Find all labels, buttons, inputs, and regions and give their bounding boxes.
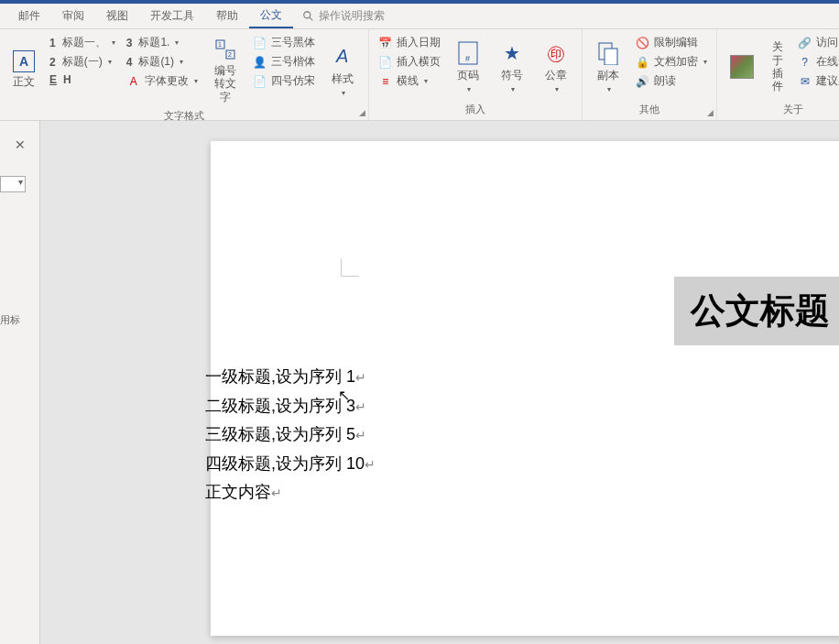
chevron-down-icon: ▾ (18, 177, 25, 187)
mouse-cursor-icon: ↖ (338, 387, 350, 404)
avatar-image (730, 55, 754, 79)
chevron-down-icon: ▾ (511, 85, 515, 93)
speaker-icon: 🔊 (636, 74, 650, 89)
format-row: E H (46, 71, 119, 88)
help-icon: ? (798, 55, 812, 70)
style-label: 样式 (332, 71, 354, 87)
copy-button[interactable]: 副本 ▾ (588, 33, 628, 101)
person-icon: 👤 (253, 55, 267, 70)
doc-line-2[interactable]: 二级标题,设为序列 3↵ (205, 392, 376, 421)
document-canvas[interactable]: 公文标题 一级标题,设为序列 1↵ 二级标题,设为序列 3↵ 三级标题,设为序列… (40, 121, 839, 644)
chevron-down-icon: ▾ (112, 38, 115, 47)
tab-gongwen[interactable]: 公文 (249, 4, 293, 28)
svg-text:1: 1 (218, 41, 222, 48)
doc-line-1[interactable]: 一级标题,设为序列 1↵ (205, 363, 376, 392)
page-number-button[interactable]: # 页码 ▾ (448, 33, 488, 101)
stamp-icon: ㊞ (543, 40, 569, 66)
heading1-button[interactable]: 1标题一、▾ (46, 33, 119, 52)
stamp-label: 公章 (545, 68, 567, 83)
tab-review[interactable]: 审阅 (51, 5, 95, 27)
dialog-launcher-icon[interactable]: ◢ (707, 108, 714, 117)
svg-point-0 (304, 11, 311, 17)
ribbon-group-insert: 📅插入日期 📄插入横页 ≡横线▾ # 页码 ▾ ★ 符号 ▾ ㊞ 公章 ▾ (369, 29, 583, 120)
insert-hpage-button[interactable]: 📄插入横页 (375, 52, 444, 71)
bodytext-label: 正文 (13, 74, 35, 90)
ribbon-tabs: 邮件 审阅 视图 开发工具 帮助 公文 操作说明搜索 (0, 4, 839, 29)
page-number-icon: # (455, 40, 481, 66)
nav-search-combo[interactable]: ▾ (0, 176, 26, 192)
heading3-button[interactable]: 3标题1.▾ (123, 33, 202, 52)
read-aloud-button[interactable]: 🔊朗读 (632, 71, 711, 91)
fangsong4-button[interactable]: 📄四号仿宋 (249, 71, 319, 91)
feedback-button[interactable]: ✉建议反馈 (794, 71, 839, 91)
e-style-button[interactable]: E (49, 73, 57, 86)
chevron-down-icon: ▾ (467, 85, 471, 93)
font-change-icon: A (126, 74, 141, 89)
document-title-selection[interactable]: 公文标题 (674, 277, 839, 345)
chevron-down-icon: ▾ (555, 85, 559, 93)
search-placeholder: 操作说明搜索 (319, 8, 385, 24)
avatar-button[interactable] (723, 33, 761, 101)
doc-line-3[interactable]: 三级标题,设为序列 5↵ (205, 420, 376, 450)
bodytext-button[interactable]: A 正文 (5, 33, 42, 107)
restrict-edit-button[interactable]: 🚫限制编辑 (632, 33, 711, 52)
dialog-launcher-icon[interactable]: ◢ (359, 108, 365, 117)
hline-button[interactable]: ≡横线▾ (375, 71, 444, 91)
svg-line-1 (310, 16, 313, 20)
chevron-down-icon: ▾ (703, 58, 707, 66)
pilcrow-icon: ↵ (271, 486, 282, 500)
group-label-other: 其他 (588, 101, 711, 118)
tab-mail[interactable]: 邮件 (7, 5, 51, 27)
heading4-button[interactable]: 4标题(1)▾ (123, 52, 202, 71)
chevron-down-icon: ▾ (424, 77, 428, 85)
heiti3-button[interactable]: 📄三号黑体 (249, 33, 319, 52)
font-change-button[interactable]: A字体更改▾ (123, 71, 202, 91)
tab-devtools[interactable]: 开发工具 (139, 5, 205, 27)
lock-icon: 🔒 (636, 55, 650, 70)
document-title-text: 公文标题 (691, 291, 830, 330)
svg-rect-9 (605, 49, 617, 65)
heading2-button[interactable]: 2标题(一)▾ (46, 52, 119, 71)
symbol-button[interactable]: ★ 符号 ▾ (492, 33, 532, 101)
chevron-down-icon: ▾ (108, 58, 112, 66)
chevron-down-icon: ▾ (175, 38, 179, 47)
h-style-button[interactable]: H (63, 73, 71, 86)
ribbon-group-about: 关于 插件 🔗访问网站 ?在线帮助 ✉建议反馈 关于 ◢ (717, 29, 839, 120)
style-icon: A (330, 44, 355, 70)
link-icon: 🔗 (798, 36, 812, 50)
kaiti3-button[interactable]: 👤三号楷体 (249, 52, 319, 71)
bodytext-icon: A (13, 50, 35, 72)
online-help-button[interactable]: ?在线帮助 (794, 52, 839, 71)
pilcrow-icon: ↵ (365, 457, 376, 472)
navigation-pane: ✕ ▾ 用标 (0, 121, 40, 644)
chevron-down-icon: ▾ (180, 58, 183, 66)
encrypt-button[interactable]: 🔒文档加密▾ (632, 52, 711, 71)
star-icon: ★ (499, 40, 525, 66)
calendar-icon: 📅 (378, 36, 393, 50)
pilcrow-icon: ↵ (355, 428, 366, 442)
restrict-icon: 🚫 (636, 36, 650, 50)
pilcrow-icon: ↵ (355, 399, 366, 414)
doc-line-4[interactable]: 四级标题,设为序列 10↵ (205, 450, 376, 479)
tell-me-search[interactable]: 操作说明搜索 (302, 8, 385, 24)
document-body[interactable]: 一级标题,设为序列 1↵ 二级标题,设为序列 3↵ 三级标题,设为序列 5↵ 四… (205, 363, 376, 508)
numbering-to-text-button[interactable]: 12 编号 转文字 (205, 33, 245, 107)
tab-help[interactable]: 帮助 (205, 5, 249, 27)
doc-line-5[interactable]: 正文内容↵ (205, 478, 376, 508)
svg-text:2: 2 (228, 51, 232, 58)
ribbon-group-other: 副本 ▾ 🚫限制编辑 🔒文档加密▾ 🔊朗读 其他 ◢ (583, 29, 717, 120)
copy-icon (595, 40, 621, 66)
chevron-down-icon: ▾ (194, 77, 198, 85)
close-icon[interactable]: ✕ (15, 137, 26, 152)
insert-date-button[interactable]: 📅插入日期 (375, 33, 444, 52)
chevron-down-icon: ▾ (607, 85, 611, 93)
stamp-button[interactable]: ㊞ 公章 ▾ (536, 33, 576, 101)
pilcrow-icon: ↵ (355, 370, 366, 385)
doc-icon: 📄 (253, 74, 267, 89)
about-plugin-button[interactable]: 关于 插件 (765, 33, 790, 101)
style-button[interactable]: A 样式 ▾ (322, 33, 363, 107)
tab-view[interactable]: 视图 (95, 5, 139, 27)
symbol-label: 符号 (501, 68, 523, 83)
content-area: ✕ ▾ 用标 公文标题 一级标题,设为序列 1↵ 二级标题,设为序列 3↵ 三级… (0, 121, 839, 644)
visit-site-button[interactable]: 🔗访问网站 (794, 33, 839, 52)
